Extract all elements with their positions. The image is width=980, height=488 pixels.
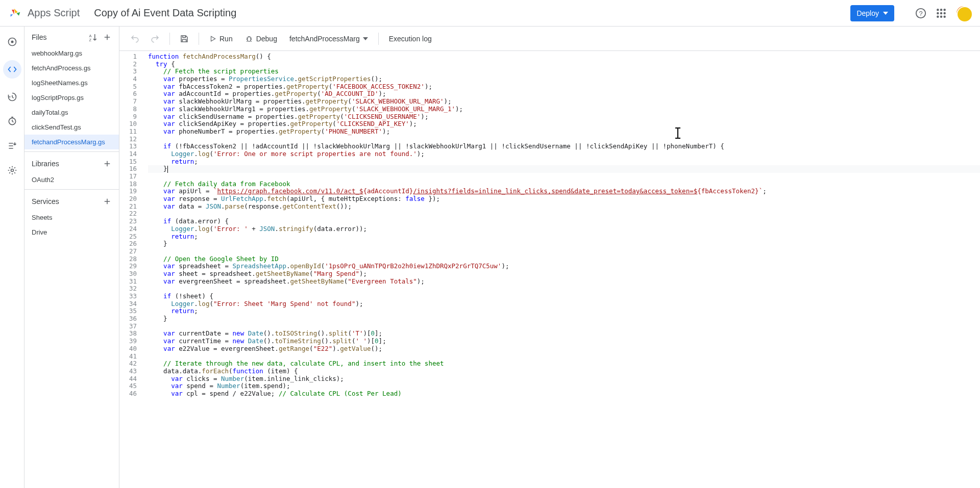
nav-triggers-history-icon[interactable] [6, 91, 18, 103]
code-content[interactable]: function fetchAndProcessMarg() { try { /… [144, 51, 980, 488]
execution-log-button[interactable]: Execution log [384, 32, 437, 46]
run-button[interactable]: Run [204, 32, 238, 46]
app-header: Apps Script Copy of Ai Event Data Script… [0, 0, 980, 27]
files-sidebar: Files AZ webhookMarg.gsfetchAndProcess.g… [24, 27, 119, 488]
editor-area: Run Debug fetchAndProcessMarg Execution … [119, 27, 980, 488]
chevron-down-icon [363, 37, 368, 40]
file-item[interactable]: clickSendTest.gs [24, 120, 119, 135]
chevron-down-icon [883, 12, 888, 15]
project-title[interactable]: Copy of Ai Event Data Scripting [94, 7, 850, 19]
svg-point-14 [11, 169, 13, 172]
run-label: Run [219, 35, 233, 43]
svg-point-17 [247, 37, 251, 41]
editor-toolbar: Run Debug fetchAndProcessMarg Execution … [119, 27, 980, 51]
bug-icon [245, 35, 253, 43]
nav-editor-icon[interactable] [3, 60, 21, 79]
add-service-icon[interactable] [103, 197, 112, 206]
files-section-header: Files AZ [24, 27, 119, 46]
libraries-label: Libraries [32, 160, 59, 168]
svg-point-5 [937, 12, 939, 14]
app-name: Apps Script [28, 7, 80, 19]
svg-point-12 [11, 41, 13, 43]
add-library-icon[interactable] [103, 159, 112, 168]
nav-settings-icon[interactable] [6, 164, 18, 176]
svg-point-6 [940, 12, 942, 14]
svg-point-7 [943, 12, 945, 14]
svg-point-3 [940, 9, 942, 11]
library-item[interactable]: OAuth2 [24, 172, 119, 187]
debug-label: Debug [256, 35, 277, 43]
file-item[interactable]: webhookMarg.gs [24, 46, 119, 61]
files-label: Files [32, 33, 47, 41]
svg-text:?: ? [919, 9, 922, 17]
svg-point-8 [937, 15, 939, 17]
services-label: Services [32, 197, 59, 206]
svg-point-9 [940, 15, 942, 17]
undo-icon[interactable] [126, 30, 144, 48]
file-item[interactable]: dailyTotal.gs [24, 105, 119, 120]
file-item[interactable]: logSheetNames.gs [24, 75, 119, 90]
nav-triggers-icon[interactable] [6, 115, 18, 127]
save-icon[interactable] [175, 30, 193, 48]
file-item[interactable]: logScriptProps.gs [24, 90, 119, 105]
help-icon[interactable]: ? [915, 7, 927, 19]
function-selected-label: fetchAndProcessMarg [289, 35, 360, 43]
apps-grid-icon[interactable] [935, 7, 947, 19]
account-avatar[interactable] [955, 5, 972, 21]
nav-executions-icon[interactable] [6, 140, 18, 152]
redo-icon[interactable] [146, 30, 164, 48]
file-item[interactable]: fetchandProcessMarg.gs [24, 135, 119, 149]
services-section-header: Services [24, 189, 119, 210]
svg-point-10 [943, 15, 945, 17]
sort-icon[interactable]: AZ [88, 33, 97, 42]
svg-point-4 [943, 9, 945, 11]
libraries-section-header: Libraries [24, 151, 119, 172]
service-item[interactable]: Sheets [24, 210, 119, 225]
svg-text:Z: Z [89, 38, 92, 42]
apps-script-logo [8, 6, 22, 20]
svg-point-2 [937, 9, 939, 11]
nav-rail [0, 27, 24, 488]
deploy-button[interactable]: Deploy [850, 5, 894, 21]
deploy-label: Deploy [856, 9, 879, 17]
file-item[interactable]: fetchAndProcess.gs [24, 61, 119, 75]
function-selector[interactable]: fetchAndProcessMarg [284, 32, 373, 46]
add-file-icon[interactable] [103, 33, 112, 42]
line-gutter: 1234567891011121314151617181920212223242… [119, 51, 144, 488]
nav-overview-icon[interactable] [6, 36, 18, 48]
play-icon [209, 35, 216, 42]
code-editor[interactable]: 1234567891011121314151617181920212223242… [119, 51, 980, 488]
execution-log-label: Execution log [389, 35, 432, 43]
debug-button[interactable]: Debug [240, 32, 282, 46]
service-item[interactable]: Drive [24, 225, 119, 240]
